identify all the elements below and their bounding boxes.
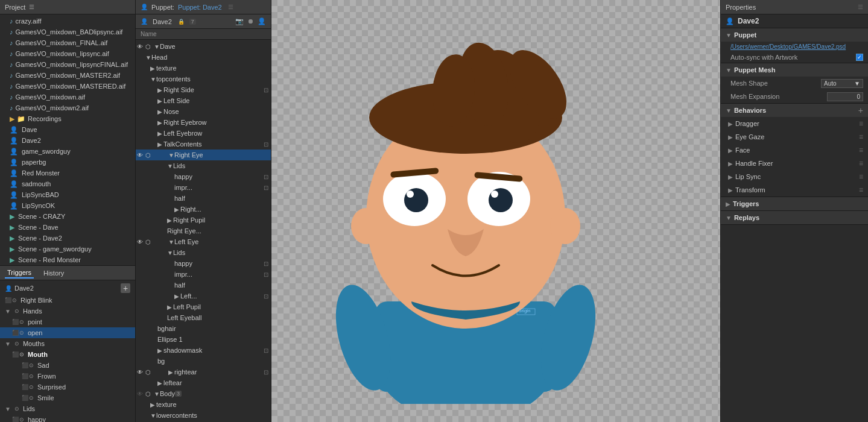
tree-row-rightear[interactable]: 👁 ⬡ ▶ rightear ⊡ xyxy=(136,367,271,377)
list-item[interactable]: 👤 sadmouth xyxy=(0,178,135,189)
tree-row[interactable]: ▼ Lids xyxy=(136,160,271,171)
action-icon[interactable]: ⊡ xyxy=(264,184,268,191)
tree-row[interactable]: impr... ⊡ xyxy=(136,269,271,280)
behaviors-header[interactable]: ▼ Behaviors + xyxy=(721,104,868,117)
behavior-handle-fixer[interactable]: ▶ Handle Fixer ≡ xyxy=(721,157,868,170)
action-icon[interactable]: ⊡ xyxy=(264,87,268,93)
list-item[interactable]: ▶ Scene - Dave2 xyxy=(0,233,135,244)
file-path-text[interactable]: /Users/werner/Desktop/GAMES/Dave2.psd xyxy=(730,43,846,50)
action-icon[interactable]: ⊡ xyxy=(264,293,268,300)
behavior-menu-icon[interactable]: ≡ xyxy=(859,133,863,141)
list-item[interactable]: ♪ GamesVO_mixdown_lipsyncFINAL.aif xyxy=(0,59,135,70)
list-item[interactable]: 👤 Dave xyxy=(0,124,135,135)
tree-row[interactable]: ▼ lowercontents xyxy=(136,410,271,421)
add-behavior-button[interactable]: + xyxy=(858,106,863,115)
list-item[interactable]: ⬛ ⊙ Surprised xyxy=(0,382,135,392)
behavior-menu-icon[interactable]: ≡ xyxy=(859,159,863,168)
behavior-lipsync[interactable]: ▶ Lip Sync ≡ xyxy=(721,170,868,183)
tree-row[interactable]: ▶ Left... ⊡ xyxy=(136,291,271,301)
triggers-section-header[interactable]: ▶ Triggers xyxy=(721,197,868,210)
action-icon[interactable]: ⊡ xyxy=(264,369,268,376)
list-item[interactable]: ⬛ ⊙ Right Blink xyxy=(0,295,135,306)
tree-row[interactable]: ▼ Lids xyxy=(136,247,271,258)
list-item[interactable]: ⬛ ⊙ point xyxy=(0,316,135,327)
list-item[interactable]: ▶ Scene - Dave xyxy=(0,222,135,233)
list-item[interactable]: 👤 LipSyncBAD xyxy=(0,189,135,200)
list-item[interactable]: ▶ 📁 Recordings xyxy=(0,113,135,124)
list-item[interactable]: ▶ Scene - Red Monster xyxy=(0,254,135,265)
list-item[interactable]: ♪ GamesVO_mixdown_lipsync.aif xyxy=(0,48,135,59)
list-item[interactable]: 👤 LipSyncOK xyxy=(0,200,135,211)
list-item[interactable]: ▶ Scene - CRAZY xyxy=(0,211,135,222)
behavior-menu-icon[interactable]: ≡ xyxy=(859,186,863,194)
list-item[interactable]: ♪ GamesVO_mixdown_MASTERED.aif xyxy=(0,81,135,92)
properties-menu[interactable]: ☰ xyxy=(858,4,863,10)
list-item[interactable]: ⬛ ⊙ happy xyxy=(0,414,135,422)
tree-row[interactable]: ▶ leftear xyxy=(136,377,271,388)
tree-row[interactable]: Right Eye... xyxy=(136,225,271,236)
tree-row[interactable]: ▶ Right Side ⊡ xyxy=(136,84,271,95)
tree-row[interactable]: ▶ Right Pupil xyxy=(136,215,271,225)
list-item[interactable]: ▼ ⊙ Mouths xyxy=(0,338,135,349)
list-item[interactable]: ⬛ ⊙ Frown xyxy=(0,371,135,382)
auto-sync-checkbox[interactable]: ✓ xyxy=(856,54,863,61)
behavior-menu-icon[interactable]: ≡ xyxy=(859,172,863,181)
list-item[interactable]: 👤 paperbg xyxy=(0,157,135,168)
behavior-dragger[interactable]: ▶ Dragger ≡ xyxy=(721,117,868,130)
tree-row[interactable]: ▶ texture xyxy=(136,399,271,410)
tree-row[interactable]: half xyxy=(136,193,271,204)
list-item[interactable]: ♪ GamesVO_mixdown_MASTER2.aif xyxy=(0,70,135,81)
behavior-eyegaze[interactable]: ▶ Eye Gaze ≡ xyxy=(721,130,868,143)
tree-row[interactable]: ▶ Left Pupil xyxy=(136,301,271,312)
tree-row[interactable]: ▶ Right... xyxy=(136,204,271,215)
action-icon[interactable]: ⊡ xyxy=(264,174,268,180)
list-item[interactable]: ▶ Scene - game_swordguy xyxy=(0,244,135,254)
action-icon[interactable]: ⊡ xyxy=(264,347,268,354)
tree-row[interactable]: bghair xyxy=(136,323,271,334)
tree-row[interactable]: impr... ⊡ xyxy=(136,182,271,193)
behavior-transform[interactable]: ▶ Transform ≡ xyxy=(721,183,868,197)
puppet-panel-menu[interactable]: ☰ xyxy=(228,4,233,10)
mesh-expansion-value[interactable]: 0 xyxy=(827,92,863,101)
tree-row[interactable]: half xyxy=(136,280,271,291)
list-item[interactable]: ♪ GamesVO_mixdown_FINAL.aif xyxy=(0,37,135,48)
behavior-menu-icon[interactable]: ≡ xyxy=(859,146,863,154)
action-icon[interactable]: ⊡ xyxy=(264,260,268,267)
tree-row[interactable]: happy ⊡ xyxy=(136,258,271,269)
behavior-menu-icon[interactable]: ≡ xyxy=(859,119,863,128)
tree-row[interactable]: ▶ Left Eyebrow xyxy=(136,128,271,139)
tree-row[interactable]: ▶ Left Side xyxy=(136,95,271,106)
list-item[interactable]: ♪ GamesVO_mixdown_BADlipsync.aif xyxy=(0,27,135,37)
list-item[interactable]: ⬛ ⊙ Smile xyxy=(0,392,135,403)
tree-row[interactable]: Left Eyeball xyxy=(136,312,271,323)
tree-row[interactable]: ▶ Right Eyebrow xyxy=(136,117,271,128)
tree-row-left-eye[interactable]: 👁 ⬡ ▼ Left Eye xyxy=(136,236,271,247)
tree-row-body[interactable]: 👁 ⬡ ▼ Body 3 xyxy=(136,388,271,399)
list-item[interactable]: ⬛ ⊙ Mouth xyxy=(0,349,135,360)
tree-row[interactable]: happy ⊡ xyxy=(136,171,271,182)
list-item[interactable]: ▼ ⊙ Hands xyxy=(0,306,135,316)
list-item[interactable]: ▼ ⊙ Lids xyxy=(0,403,135,414)
triggers-tab[interactable]: Triggers xyxy=(5,268,34,279)
list-item[interactable]: ⬛ ⊙ open xyxy=(0,327,135,338)
tree-row[interactable]: ▼ topcontents xyxy=(136,74,271,84)
list-item[interactable]: 👤 game_swordguy xyxy=(0,146,135,157)
camera-icon[interactable]: 📷 xyxy=(235,17,244,25)
action-icon[interactable]: ⊡ xyxy=(264,271,268,278)
replays-section-header[interactable]: ▼ Replays xyxy=(721,211,868,224)
list-item[interactable]: ♪ crazy.aiff xyxy=(0,16,135,27)
tree-row[interactable]: bg xyxy=(136,356,271,367)
tree-row-dave[interactable]: 👁 ⬡ ▼ Dave xyxy=(136,41,271,52)
project-menu-icon[interactable]: ☰ xyxy=(29,4,34,10)
list-item[interactable]: ⬛ ⊙ Sad xyxy=(0,360,135,371)
list-item[interactable]: ♪ GamesVO_mixdown.aif xyxy=(0,92,135,102)
history-tab[interactable]: History xyxy=(41,268,66,278)
tree-row[interactable]: ▶ TalkContents ⊡ xyxy=(136,139,271,150)
tree-row-right-eye[interactable]: 👁 ⬡ ▼ Right Eye xyxy=(136,150,271,160)
tree-row[interactable]: ▶ shadowmask ⊡ xyxy=(136,345,271,356)
puppet-section-header[interactable]: ▼ Puppet xyxy=(721,28,868,42)
user-icon[interactable]: 👤 xyxy=(258,17,266,25)
mesh-shape-dropdown[interactable]: Auto ▼ xyxy=(821,79,863,88)
tree-row[interactable]: Ellipse 1 xyxy=(136,334,271,345)
behavior-face[interactable]: ▶ Face ≡ xyxy=(721,143,868,157)
